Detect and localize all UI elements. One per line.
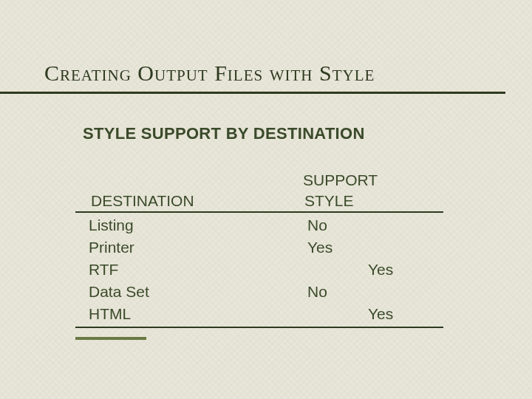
table-rule-bottom bbox=[75, 327, 443, 328]
col-header-destination: DESTINATION bbox=[91, 192, 194, 210]
cell-destination: Data Set bbox=[89, 281, 149, 303]
col-header-style: STYLE bbox=[304, 192, 354, 210]
table-row: HTML Yes bbox=[89, 303, 451, 325]
cell-destination: HTML bbox=[89, 303, 131, 325]
table-row: Printer Yes bbox=[89, 236, 451, 259]
col-header-support: SUPPORT bbox=[303, 171, 378, 189]
cell-support: No bbox=[307, 214, 327, 236]
cell-destination: RTF bbox=[89, 259, 118, 281]
cell-support: Yes bbox=[307, 236, 332, 259]
slide-title: Creating Output Files with Style bbox=[44, 61, 502, 86]
table-rows: Listing No Printer Yes RTF Yes Data Set … bbox=[89, 214, 451, 325]
accent-bar bbox=[75, 337, 146, 340]
table-row: RTF Yes bbox=[89, 259, 451, 281]
table-row: Data Set No bbox=[89, 281, 451, 303]
table-rule-top bbox=[75, 211, 443, 213]
subtitle: STYLE SUPPORT BY DESTINATION bbox=[83, 124, 365, 143]
cell-support: Yes bbox=[368, 303, 393, 325]
cell-destination: Printer bbox=[89, 236, 134, 259]
cell-support: No bbox=[307, 281, 327, 303]
cell-support: Yes bbox=[368, 259, 393, 281]
cell-destination: Listing bbox=[89, 214, 134, 236]
title-underline bbox=[0, 92, 505, 94]
table-row: Listing No bbox=[89, 214, 451, 236]
